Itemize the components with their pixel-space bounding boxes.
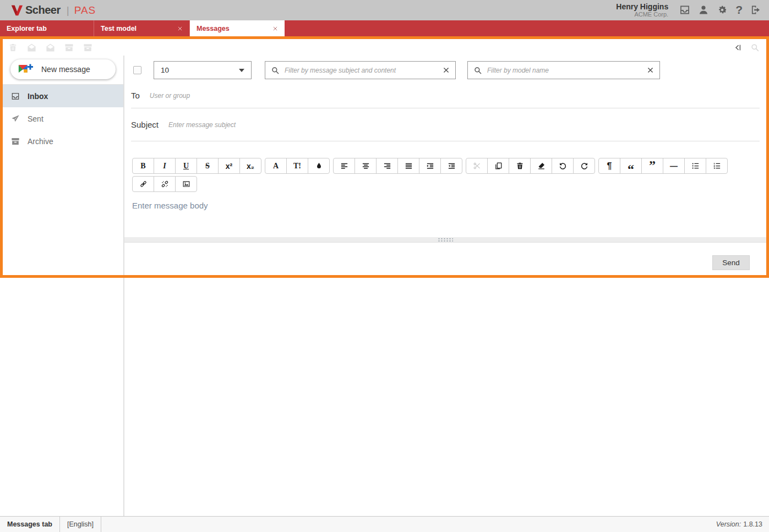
help-icon[interactable]: ? xyxy=(735,3,743,17)
remove-format-button[interactable] xyxy=(530,158,552,174)
tab-messages[interactable]: Messages xyxy=(190,20,285,36)
subject-filter xyxy=(265,61,456,79)
list-controls-row: 10 xyxy=(124,61,766,79)
clear-filter-icon[interactable] xyxy=(647,67,654,74)
status-tab-name: Messages tab xyxy=(0,517,59,532)
justify-button[interactable] xyxy=(397,158,419,174)
sidebar-divider-extension xyxy=(123,278,124,516)
new-message-label: New message xyxy=(41,65,90,74)
page-size-value: 10 xyxy=(161,66,169,74)
tray-icon xyxy=(11,92,20,101)
search-icon xyxy=(473,66,482,75)
outdent-button[interactable] xyxy=(440,158,462,174)
undo-button[interactable] xyxy=(552,158,574,174)
subject-input[interactable] xyxy=(168,120,760,129)
app-root: Scheer | PAS Henry Higgins ACME Corp. ? … xyxy=(0,0,769,532)
redo-button[interactable] xyxy=(573,158,595,174)
select-all-checkbox[interactable] xyxy=(133,66,141,74)
sidebar-item-label: Sent xyxy=(28,114,43,123)
strikethrough-button[interactable]: S xyxy=(197,158,219,174)
subject-filter-input[interactable] xyxy=(285,66,438,74)
editor-toolbar: BIUSx²x₂AT!¶“”— xyxy=(124,158,766,192)
to-field-row: To xyxy=(131,83,760,108)
copy-button[interactable] xyxy=(487,158,509,174)
notifications-tray-icon[interactable] xyxy=(679,4,690,15)
subscript-button[interactable]: x₂ xyxy=(239,158,261,174)
status-bar: Messages tab [English] Version: 1.8.13 xyxy=(0,516,769,532)
bold-button[interactable]: B xyxy=(132,158,154,174)
quote-close-button[interactable]: ” xyxy=(641,158,663,174)
close-icon[interactable] xyxy=(177,26,183,31)
user-profile-icon[interactable] xyxy=(698,4,709,15)
delete-message-icon xyxy=(8,43,18,52)
archive-message-icon xyxy=(64,43,74,52)
send-row: Send xyxy=(124,255,766,270)
messages-sidebar: New message InboxSentArchive xyxy=(3,56,123,275)
messages-panel: New message InboxSentArchive 10 xyxy=(0,36,769,278)
tab-explorer[interactable]: Explorer tab xyxy=(0,20,94,36)
brand-text: Scheer xyxy=(25,4,61,17)
sidebar-item-archive[interactable]: Archive xyxy=(3,130,123,152)
send-button[interactable]: Send xyxy=(712,255,750,270)
cut-button xyxy=(466,158,488,174)
image-button[interactable] xyxy=(175,176,197,192)
align-left-button[interactable] xyxy=(333,158,355,174)
unlink-button[interactable] xyxy=(154,176,176,192)
settings-gear-icon[interactable] xyxy=(717,4,728,15)
close-icon[interactable] xyxy=(272,26,278,31)
horizontal-rule-button[interactable]: — xyxy=(663,158,685,174)
tab-bar: Explorer tab Test model Messages xyxy=(0,20,769,36)
compose-area: 10 To xyxy=(124,56,766,275)
new-message-button[interactable]: New message xyxy=(10,59,116,79)
new-message-icon xyxy=(18,62,33,76)
version-value: 1.8.13 xyxy=(743,520,762,528)
tab-label: Test model xyxy=(101,25,137,32)
product-text: PAS xyxy=(74,4,96,17)
scheer-pas-logo: Scheer | PAS xyxy=(11,4,96,17)
search-toggle-icon[interactable] xyxy=(750,43,760,52)
tab-test-model[interactable]: Test model xyxy=(94,20,190,36)
version-info: Version: 1.8.13 xyxy=(716,517,769,532)
user-info: Henry Higgins ACME Corp. xyxy=(616,3,668,18)
editor-resize-handle[interactable] xyxy=(124,237,766,243)
delete-button[interactable] xyxy=(509,158,531,174)
superscript-button[interactable]: x² xyxy=(218,158,240,174)
sidebar-item-sent[interactable]: Sent xyxy=(3,107,123,130)
indent-button[interactable] xyxy=(419,158,441,174)
tab-label: Messages xyxy=(197,25,230,32)
message-actions-toolbar xyxy=(3,39,766,56)
language-selector[interactable]: [English] xyxy=(60,517,101,532)
to-label: To xyxy=(131,91,140,100)
sidebar-item-label: Inbox xyxy=(28,92,48,101)
italic-button[interactable]: I xyxy=(154,158,176,174)
scheer-logo-mark-icon xyxy=(11,4,23,17)
page-size-select[interactable]: 10 xyxy=(154,61,252,79)
box-icon xyxy=(11,137,20,146)
mark-unread-icon xyxy=(46,43,55,52)
align-center-button[interactable] xyxy=(354,158,377,174)
underline-button[interactable]: U xyxy=(175,158,197,174)
quote-open-button[interactable]: “ xyxy=(620,158,642,174)
to-input[interactable] xyxy=(150,91,760,100)
version-label: Version: xyxy=(716,520,741,528)
user-organization: ACME Corp. xyxy=(616,11,668,18)
text-color-button[interactable] xyxy=(308,158,330,174)
unordered-list-button[interactable] xyxy=(684,158,706,174)
font-size-button[interactable]: T! xyxy=(286,158,308,174)
ordered-list-button[interactable] xyxy=(706,158,728,174)
paragraph-button[interactable]: ¶ xyxy=(598,158,620,174)
sidebar-item-inbox[interactable]: Inbox xyxy=(3,85,123,107)
align-right-button[interactable] xyxy=(376,158,398,174)
subject-field-row: Subject xyxy=(131,108,760,141)
link-button[interactable] xyxy=(132,176,154,192)
collapse-panel-icon[interactable] xyxy=(733,43,743,52)
unarchive-message-icon xyxy=(83,43,92,52)
tab-label: Explorer tab xyxy=(7,25,47,32)
logout-icon[interactable] xyxy=(750,4,761,15)
model-filter-input[interactable] xyxy=(487,66,642,74)
search-icon xyxy=(271,66,280,75)
message-body-input[interactable] xyxy=(124,195,765,237)
clear-filter-icon[interactable] xyxy=(443,67,450,74)
font-family-button[interactable]: A xyxy=(265,158,287,174)
model-filter xyxy=(467,61,660,79)
